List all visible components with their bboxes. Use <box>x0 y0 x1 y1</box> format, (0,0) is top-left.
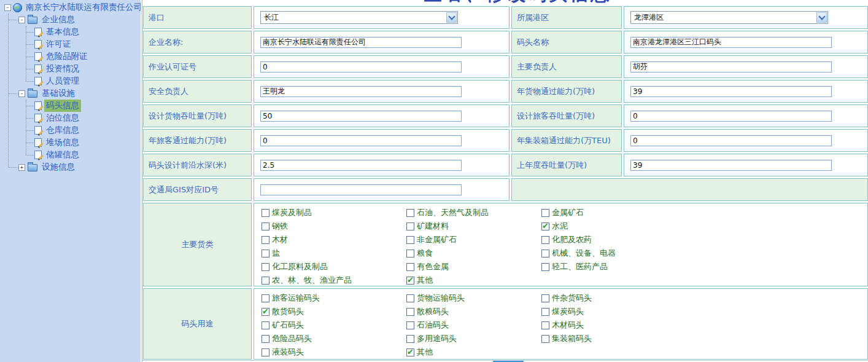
checkbox[interactable] <box>541 236 549 244</box>
checkbox[interactable] <box>406 277 414 285</box>
tree-expander-icon[interactable]: + <box>18 164 25 171</box>
checkbox-label[interactable]: 粮食 <box>417 248 433 259</box>
checkbox[interactable] <box>406 209 414 217</box>
checkbox[interactable] <box>541 263 549 271</box>
checkbox[interactable] <box>541 308 549 316</box>
checkbox[interactable] <box>262 335 269 343</box>
tree-leaf-item[interactable]: 仓库信息 <box>0 124 141 136</box>
tree-leaf-item[interactable]: 泊位信息 <box>0 112 141 124</box>
checkbox[interactable] <box>262 236 269 244</box>
checkbox-label[interactable]: 钢铁 <box>272 221 288 232</box>
text-input[interactable] <box>630 37 832 48</box>
checkbox-label[interactable]: 有色金属 <box>417 261 449 272</box>
text-input[interactable] <box>260 111 462 122</box>
checkbox-label[interactable]: 货物运输码头 <box>417 293 465 304</box>
checkbox-label[interactable]: 轻工、医药产品 <box>552 261 608 272</box>
checkbox[interactable] <box>262 277 269 285</box>
checkbox[interactable] <box>262 250 269 258</box>
checkbox[interactable] <box>406 263 414 271</box>
tree-item-label[interactable]: 危险品附证 <box>44 50 90 63</box>
checkbox-label[interactable]: 件杂货码头 <box>552 293 592 304</box>
checkbox-label[interactable]: 旅客运输码头 <box>272 293 320 304</box>
tree-expander-icon[interactable]: - <box>4 4 11 11</box>
tree-item-label[interactable]: 储罐信息 <box>44 149 81 161</box>
checkbox[interactable] <box>541 321 549 329</box>
checkbox[interactable] <box>406 250 414 258</box>
checkbox-label[interactable]: 木材码头 <box>552 320 584 331</box>
tree-item-label[interactable]: 堆场信息 <box>44 136 81 149</box>
text-input[interactable] <box>630 135 832 146</box>
tree-leaf-item[interactable]: 码头信息 <box>0 100 141 112</box>
checkbox[interactable] <box>541 294 549 302</box>
checkbox[interactable] <box>541 335 549 343</box>
checkbox-label[interactable]: 非金属矿石 <box>417 234 457 245</box>
tree-leaf-item[interactable]: 基本信息 <box>0 26 141 38</box>
checkbox[interactable] <box>262 222 269 230</box>
checkbox-label[interactable]: 盐 <box>272 248 280 259</box>
text-input[interactable] <box>260 86 462 97</box>
tree-root-item[interactable]: -南京长宁水陆联运有限责任公司 <box>0 1 141 14</box>
checkbox[interactable] <box>262 209 269 217</box>
tree-item-label[interactable]: 人员管理 <box>44 75 81 87</box>
checkbox[interactable] <box>262 308 269 316</box>
tree-group-item[interactable]: +设施信息 <box>0 161 141 173</box>
text-input[interactable] <box>630 160 832 171</box>
tree-leaf-item[interactable]: 储罐信息 <box>0 149 141 161</box>
checkbox-label[interactable]: 化肥及农药 <box>552 234 592 245</box>
text-input[interactable] <box>630 86 832 97</box>
text-input[interactable] <box>260 160 462 171</box>
tree-expander-icon[interactable]: - <box>18 17 25 23</box>
checkbox-label[interactable]: 水泥 <box>552 221 568 232</box>
checkbox-label[interactable]: 多用途码头 <box>417 333 457 344</box>
tree-group-item[interactable]: -基础设施 <box>0 87 141 100</box>
checkbox-label[interactable]: 金属矿石 <box>552 207 584 218</box>
checkbox-label[interactable]: 散货码头 <box>272 306 304 317</box>
checkbox[interactable] <box>541 222 549 230</box>
checkbox[interactable] <box>406 321 414 329</box>
checkbox-label[interactable]: 散粮码头 <box>417 306 449 317</box>
checkbox-label[interactable]: 农、林、牧、渔业产品 <box>272 275 352 286</box>
dropdown[interactable]: 龙潭港区 <box>630 11 828 24</box>
checkbox[interactable] <box>406 236 414 244</box>
chevron-down-icon[interactable] <box>816 12 827 23</box>
checkbox-label[interactable]: 矿石码头 <box>272 320 304 331</box>
text-input[interactable] <box>630 111 832 122</box>
text-input[interactable] <box>630 61 832 73</box>
checkbox-label[interactable]: 其他 <box>417 347 433 358</box>
tree-item-label[interactable]: 许可证 <box>44 38 73 50</box>
checkbox[interactable] <box>262 263 269 271</box>
text-input[interactable] <box>260 61 462 73</box>
checkbox[interactable] <box>406 335 414 343</box>
chevron-down-icon[interactable] <box>446 12 457 23</box>
tree-leaf-item[interactable]: 堆场信息 <box>0 136 141 149</box>
checkbox-label[interactable]: 化工原料及制品 <box>272 261 328 272</box>
checkbox[interactable] <box>406 308 414 316</box>
tree-item-label[interactable]: 南京长宁水陆联运有限责任公司 <box>24 1 144 14</box>
tree-leaf-item[interactable]: 人员管理 <box>0 75 141 87</box>
checkbox-label[interactable]: 集装箱码头 <box>552 333 592 344</box>
checkbox-label[interactable]: 其他 <box>417 275 433 286</box>
text-input[interactable] <box>260 135 462 146</box>
tree-leaf-item[interactable]: 危险品附证 <box>0 50 141 63</box>
tree-item-label[interactable]: 设施信息 <box>40 161 77 173</box>
tree-item-label[interactable]: 泊位信息 <box>44 112 81 124</box>
checkbox-label[interactable]: 煤炭码头 <box>552 306 584 317</box>
text-input[interactable] <box>260 37 462 48</box>
checkbox-label[interactable]: 液装码头 <box>272 347 304 358</box>
checkbox-label[interactable]: 煤炭及制品 <box>272 207 312 218</box>
tree-group-item[interactable]: -企业信息 <box>0 14 141 26</box>
tree-expander-icon[interactable]: - <box>18 90 25 97</box>
checkbox-label[interactable]: 石油码头 <box>417 320 449 331</box>
checkbox[interactable] <box>406 348 414 356</box>
checkbox-label[interactable]: 矿建材料 <box>417 221 449 232</box>
checkbox[interactable] <box>406 294 414 302</box>
checkbox-label[interactable]: 石油、天然气及制品 <box>417 207 489 218</box>
dropdown[interactable]: 长江 <box>260 11 458 24</box>
checkbox[interactable] <box>541 209 549 217</box>
checkbox-label[interactable]: 危险品码头 <box>272 333 312 344</box>
checkbox[interactable] <box>406 222 414 230</box>
checkbox[interactable] <box>262 294 269 302</box>
tree-item-label[interactable]: 码头信息 <box>44 100 81 112</box>
tree-item-label[interactable]: 基本信息 <box>44 26 81 38</box>
checkbox[interactable] <box>262 321 269 329</box>
